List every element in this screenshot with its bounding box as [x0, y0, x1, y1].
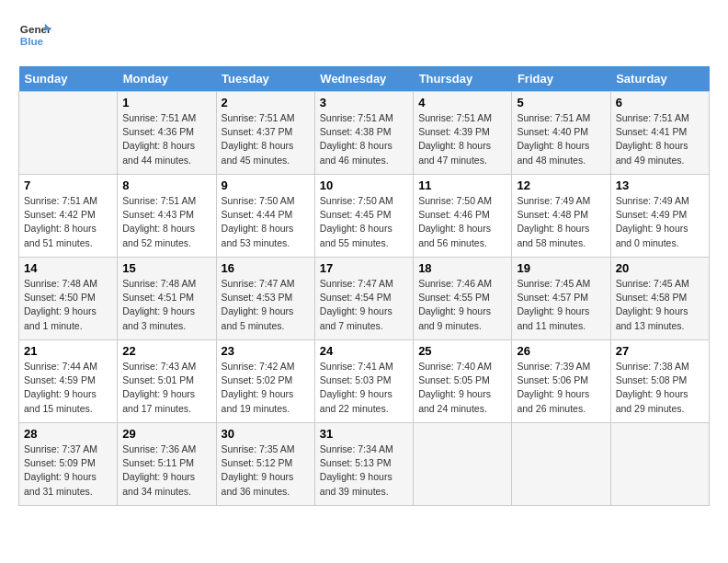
calendar-header: SundayMondayTuesdayWednesdayThursdayFrid… — [19, 66, 710, 92]
calendar-week-row: 21Sunrise: 7:44 AM Sunset: 4:59 PM Dayli… — [19, 340, 710, 423]
calendar-cell: 6Sunrise: 7:51 AM Sunset: 4:41 PM Daylig… — [610, 92, 709, 175]
day-number: 24 — [320, 344, 408, 358]
calendar-cell: 25Sunrise: 7:40 AM Sunset: 5:05 PM Dayli… — [414, 340, 512, 423]
day-number: 21 — [24, 344, 112, 358]
day-info: Sunrise: 7:45 AM Sunset: 4:57 PM Dayligh… — [517, 277, 605, 333]
calendar-cell: 16Sunrise: 7:47 AM Sunset: 4:53 PM Dayli… — [216, 258, 314, 340]
day-info: Sunrise: 7:40 AM Sunset: 5:05 PM Dayligh… — [418, 360, 506, 416]
day-info: Sunrise: 7:36 AM Sunset: 5:11 PM Dayligh… — [122, 442, 210, 499]
day-number: 7 — [24, 178, 112, 192]
day-info: Sunrise: 7:51 AM Sunset: 4:36 PM Dayligh… — [122, 111, 210, 167]
calendar-cell: 7Sunrise: 7:51 AM Sunset: 4:42 PM Daylig… — [19, 175, 118, 258]
day-number: 28 — [24, 427, 112, 441]
weekday-header: Tuesday — [216, 66, 314, 92]
calendar-cell: 14Sunrise: 7:48 AM Sunset: 4:50 PM Dayli… — [19, 258, 118, 340]
calendar-cell: 30Sunrise: 7:35 AM Sunset: 5:12 PM Dayli… — [216, 423, 314, 506]
calendar-cell: 2Sunrise: 7:51 AM Sunset: 4:37 PM Daylig… — [216, 92, 314, 175]
day-number: 25 — [418, 344, 506, 358]
calendar-cell: 10Sunrise: 7:50 AM Sunset: 4:45 PM Dayli… — [314, 175, 413, 258]
day-number: 20 — [616, 261, 704, 275]
day-number: 3 — [320, 96, 408, 109]
calendar-cell: 1Sunrise: 7:51 AM Sunset: 4:36 PM Daylig… — [118, 92, 216, 175]
calendar-week-row: 14Sunrise: 7:48 AM Sunset: 4:50 PM Dayli… — [19, 258, 710, 340]
calendar-cell: 24Sunrise: 7:41 AM Sunset: 5:03 PM Dayli… — [314, 340, 413, 423]
day-number: 17 — [320, 261, 408, 275]
day-number: 18 — [418, 261, 506, 275]
calendar-cell: 17Sunrise: 7:47 AM Sunset: 4:54 PM Dayli… — [314, 258, 413, 340]
day-number: 12 — [517, 178, 605, 192]
weekday-row: SundayMondayTuesdayWednesdayThursdayFrid… — [19, 66, 710, 92]
calendar-cell: 5Sunrise: 7:51 AM Sunset: 4:40 PM Daylig… — [512, 92, 610, 175]
day-number: 10 — [320, 178, 408, 192]
day-number: 15 — [122, 261, 210, 275]
day-number: 4 — [418, 96, 506, 109]
day-number: 6 — [616, 96, 704, 109]
day-info: Sunrise: 7:47 AM Sunset: 4:54 PM Dayligh… — [320, 277, 408, 333]
calendar-cell: 23Sunrise: 7:42 AM Sunset: 5:02 PM Dayli… — [216, 340, 314, 423]
calendar-cell: 11Sunrise: 7:50 AM Sunset: 4:46 PM Dayli… — [414, 175, 512, 258]
day-info: Sunrise: 7:34 AM Sunset: 5:13 PM Dayligh… — [320, 442, 408, 499]
calendar-cell: 31Sunrise: 7:34 AM Sunset: 5:13 PM Dayli… — [314, 423, 413, 506]
logo: General Blue — [18, 18, 55, 52]
day-number: 22 — [122, 344, 210, 358]
day-info: Sunrise: 7:51 AM Sunset: 4:42 PM Dayligh… — [24, 194, 112, 250]
calendar-cell: 22Sunrise: 7:43 AM Sunset: 5:01 PM Dayli… — [118, 340, 216, 423]
weekday-header: Saturday — [610, 66, 709, 92]
day-number: 11 — [418, 178, 506, 192]
calendar-cell — [414, 423, 512, 506]
calendar-cell: 20Sunrise: 7:45 AM Sunset: 4:58 PM Dayli… — [610, 258, 709, 340]
day-number: 26 — [517, 344, 605, 358]
calendar-cell: 26Sunrise: 7:39 AM Sunset: 5:06 PM Dayli… — [512, 340, 610, 423]
weekday-header: Sunday — [19, 66, 118, 92]
calendar-cell: 8Sunrise: 7:51 AM Sunset: 4:43 PM Daylig… — [118, 175, 216, 258]
day-info: Sunrise: 7:37 AM Sunset: 5:09 PM Dayligh… — [24, 442, 112, 499]
day-info: Sunrise: 7:51 AM Sunset: 4:38 PM Dayligh… — [320, 111, 408, 167]
day-info: Sunrise: 7:41 AM Sunset: 5:03 PM Dayligh… — [320, 360, 408, 416]
day-info: Sunrise: 7:42 AM Sunset: 5:02 PM Dayligh… — [222, 360, 310, 416]
day-info: Sunrise: 7:51 AM Sunset: 4:40 PM Dayligh… — [517, 111, 605, 167]
day-info: Sunrise: 7:49 AM Sunset: 4:49 PM Dayligh… — [616, 194, 704, 250]
weekday-header: Monday — [118, 66, 216, 92]
calendar-cell: 19Sunrise: 7:45 AM Sunset: 4:57 PM Dayli… — [512, 258, 610, 340]
day-number: 8 — [122, 178, 210, 192]
day-number: 30 — [222, 427, 310, 441]
day-info: Sunrise: 7:49 AM Sunset: 4:48 PM Dayligh… — [517, 194, 605, 250]
calendar-cell: 21Sunrise: 7:44 AM Sunset: 4:59 PM Dayli… — [19, 340, 118, 423]
day-info: Sunrise: 7:51 AM Sunset: 4:43 PM Dayligh… — [122, 194, 210, 250]
calendar-cell: 27Sunrise: 7:38 AM Sunset: 5:08 PM Dayli… — [610, 340, 709, 423]
calendar-body: 1Sunrise: 7:51 AM Sunset: 4:36 PM Daylig… — [19, 92, 710, 506]
calendar-cell: 28Sunrise: 7:37 AM Sunset: 5:09 PM Dayli… — [19, 423, 118, 506]
day-info: Sunrise: 7:38 AM Sunset: 5:08 PM Dayligh… — [616, 360, 704, 416]
day-info: Sunrise: 7:48 AM Sunset: 4:51 PM Dayligh… — [122, 277, 210, 333]
day-number: 27 — [616, 344, 704, 358]
calendar-cell: 12Sunrise: 7:49 AM Sunset: 4:48 PM Dayli… — [512, 175, 610, 258]
calendar-cell: 18Sunrise: 7:46 AM Sunset: 4:55 PM Dayli… — [414, 258, 512, 340]
calendar-cell: 9Sunrise: 7:50 AM Sunset: 4:44 PM Daylig… — [216, 175, 314, 258]
calendar-week-row: 7Sunrise: 7:51 AM Sunset: 4:42 PM Daylig… — [19, 175, 710, 258]
day-info: Sunrise: 7:51 AM Sunset: 4:37 PM Dayligh… — [222, 111, 310, 167]
calendar-week-row: 1Sunrise: 7:51 AM Sunset: 4:36 PM Daylig… — [19, 92, 710, 175]
day-info: Sunrise: 7:44 AM Sunset: 4:59 PM Dayligh… — [24, 360, 112, 416]
calendar-table: SundayMondayTuesdayWednesdayThursdayFrid… — [18, 66, 710, 506]
day-number: 31 — [320, 427, 408, 441]
calendar-cell — [610, 423, 709, 506]
day-info: Sunrise: 7:50 AM Sunset: 4:45 PM Dayligh… — [320, 194, 408, 250]
logo-icon: General Blue — [18, 18, 51, 52]
day-number: 2 — [222, 96, 310, 109]
calendar-cell — [512, 423, 610, 506]
day-number: 9 — [222, 178, 310, 192]
day-info: Sunrise: 7:47 AM Sunset: 4:53 PM Dayligh… — [222, 277, 310, 333]
calendar-cell: 3Sunrise: 7:51 AM Sunset: 4:38 PM Daylig… — [314, 92, 413, 175]
weekday-header: Thursday — [414, 66, 512, 92]
day-info: Sunrise: 7:43 AM Sunset: 5:01 PM Dayligh… — [122, 360, 210, 416]
weekday-header: Friday — [512, 66, 610, 92]
svg-text:Blue: Blue — [20, 35, 44, 47]
day-number: 16 — [222, 261, 310, 275]
calendar-week-row: 28Sunrise: 7:37 AM Sunset: 5:09 PM Dayli… — [19, 423, 710, 506]
day-info: Sunrise: 7:48 AM Sunset: 4:50 PM Dayligh… — [24, 277, 112, 333]
day-info: Sunrise: 7:51 AM Sunset: 4:41 PM Dayligh… — [616, 111, 704, 167]
day-info: Sunrise: 7:50 AM Sunset: 4:46 PM Dayligh… — [418, 194, 506, 250]
day-number: 23 — [222, 344, 310, 358]
calendar-cell: 29Sunrise: 7:36 AM Sunset: 5:11 PM Dayli… — [118, 423, 216, 506]
day-number: 13 — [616, 178, 704, 192]
